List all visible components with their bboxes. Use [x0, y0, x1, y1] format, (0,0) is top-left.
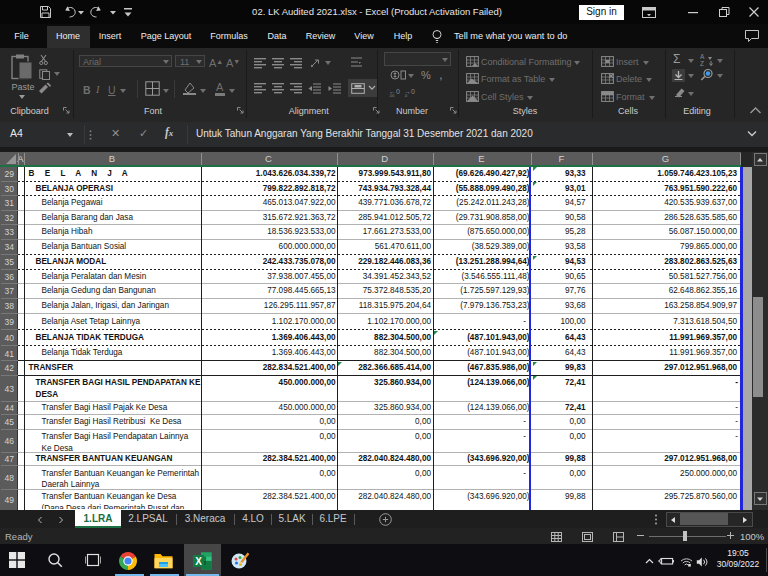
svg-text:A: A	[700, 53, 705, 60]
svg-text:Z: Z	[700, 60, 704, 66]
svg-text:X: X	[195, 556, 202, 567]
svg-text:.00: .00	[389, 93, 395, 98]
